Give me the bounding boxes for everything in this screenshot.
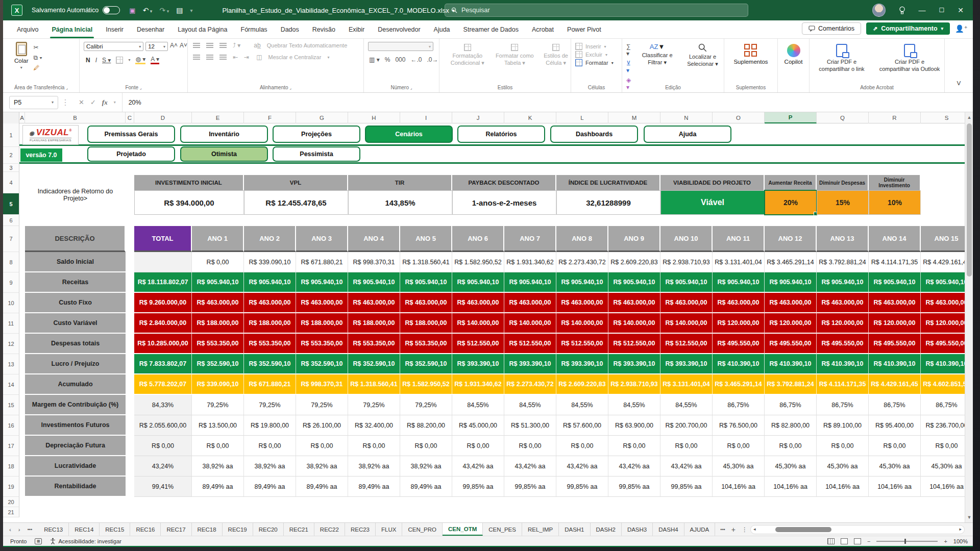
column-header-K[interactable]: K (504, 112, 556, 123)
cell-total-margem-de-contribui-o-[interactable]: 84,33% (134, 395, 192, 415)
cell-lucro-preju-zo-ano-2[interactable]: R$ 352.590,10 (244, 354, 296, 374)
table-header-total[interactable]: TOTAL (134, 226, 192, 252)
cell-total-lucro-preju-zo[interactable]: R$ 7.833.802,07 (134, 354, 192, 374)
search-input[interactable]: Pesquisar (445, 4, 748, 17)
menu-tab-exibir[interactable]: Exibir (342, 20, 371, 38)
cell-custo-fixo-ano-4[interactable]: R$ 463.000,00 (348, 293, 400, 313)
cell-acumulado-ano-13[interactable]: R$ 4.114.171,35 (817, 374, 869, 395)
cell-custo-vari-vel-ano-3[interactable]: R$ 188.000,00 (296, 313, 348, 334)
row-label-custo-fixo[interactable]: Custo Fixo (25, 293, 126, 313)
row-header-13[interactable]: 13 (3, 354, 19, 374)
cell-lucro-preju-zo-ano-7[interactable]: R$ 393.390,10 (504, 354, 556, 374)
cell-deprecia-o-futura-ano-11[interactable]: R$ 0,00 (713, 436, 765, 456)
sheet-tab-cen_pes[interactable]: CEN_PES (483, 523, 522, 536)
row-header-7[interactable]: 7 (3, 226, 19, 252)
name-box[interactable]: P5▾ (9, 96, 58, 109)
decrease-indent-icon[interactable]: ⇤ (233, 54, 238, 61)
cell-receitas-ano-2[interactable]: R$ 905.940,10 (244, 272, 296, 293)
cell-despesas-totais-ano-14[interactable]: R$ 495.550,00 (869, 334, 921, 354)
nav-button-projeções[interactable]: Projeções (273, 126, 360, 143)
sheet-tab-rec22[interactable]: REC22 (314, 523, 345, 536)
table-header-ano-13[interactable]: ANO 13 (817, 226, 869, 252)
new-sheet-button[interactable]: + (731, 525, 736, 534)
font-size-select[interactable]: 12▾ (145, 42, 168, 51)
cell-receitas-ano-8[interactable]: R$ 905.940,10 (556, 272, 608, 293)
cell-rentabilidade-ano-9[interactable]: 99,85% aa (608, 477, 660, 497)
cell-acumulado-ano-3[interactable]: R$ 998.370,31 (296, 374, 348, 395)
increase-indent-icon[interactable]: ⇥ (244, 54, 249, 61)
cell-total-despesas-totais[interactable]: R$ 10.285.000,00 (134, 334, 192, 354)
tab-menu-icon[interactable]: ⋮ (742, 526, 748, 533)
underline-icon[interactable]: S ▾ (102, 57, 111, 64)
sheet-tab-dash1[interactable]: DASH1 (559, 523, 590, 536)
table-header-ano-9[interactable]: ANO 9 (608, 226, 660, 252)
cell-rentabilidade-ano-12[interactable]: 104,16% aa (765, 477, 817, 497)
menu-tab-página-inicial[interactable]: Página Inicial (45, 20, 99, 38)
presence-icon[interactable]: 👤⁺ (955, 24, 968, 33)
cell-acumulado-ano-1[interactable]: R$ 339.090,10 (192, 374, 244, 395)
nav-button-dashboards[interactable]: Dashboards (550, 126, 638, 143)
cell-receitas-ano-10[interactable]: R$ 905.940,10 (660, 272, 713, 293)
cell-receitas-ano-5[interactable]: R$ 905.940,10 (400, 272, 452, 293)
row-header-20[interactable]: 20 (3, 497, 19, 507)
table-header-ano-7[interactable]: ANO 7 (504, 226, 556, 252)
cell-saldo-inicial-ano-14[interactable]: R$ 4.114.171,35 (869, 252, 921, 272)
menu-tab-power-pivot[interactable]: Power Pivot (560, 20, 608, 38)
column-header-Q[interactable]: Q (817, 112, 869, 123)
table-header-ano-10[interactable]: ANO 10 (660, 226, 713, 252)
table-header-ano-3[interactable]: ANO 3 (296, 226, 348, 252)
cut-icon[interactable]: ✂ (33, 44, 42, 51)
cell-custo-fixo-ano-3[interactable]: R$ 463.000,00 (296, 293, 348, 313)
column-header-L[interactable]: L (556, 112, 608, 123)
column-header-G[interactable]: G (296, 112, 348, 123)
cell-investimentos-futuros-ano-11[interactable]: R$ 76.500,00 (713, 415, 765, 436)
menu-tab-streamer-de-dados[interactable]: Streamer de Dados (457, 20, 525, 38)
cell-lucratividade-ano-10[interactable]: 43,42% aa (660, 456, 713, 477)
cell-investimentos-futuros-ano-6[interactable]: R$ 45.000,00 (452, 415, 504, 436)
cell-investimentos-futuros-ano-9[interactable]: R$ 63.900,00 (608, 415, 660, 436)
insert-cells-button[interactable]: Inserir ▾ (575, 43, 622, 50)
cell-investimentos-futuros-ano-2[interactable]: R$ 19.800,00 (244, 415, 296, 436)
sheet-tab-rec19[interactable]: REC19 (223, 523, 253, 536)
indicator-value-aumentar-receita[interactable]: 20% (765, 190, 817, 215)
cell-lucro-preju-zo-ano-1[interactable]: R$ 352.590,10 (192, 354, 244, 374)
align-center-icon[interactable] (206, 55, 213, 60)
sheet-tab-cen_pro[interactable]: CEN_PRO (402, 523, 443, 536)
table-header-ano-1[interactable]: ANO 1 (192, 226, 244, 252)
sheet-tab-ajuda[interactable]: AJUDA (684, 523, 716, 536)
nav-button-premissas-gerais[interactable]: Premissas Gerais (87, 126, 175, 143)
cell-custo-fixo-ano-10[interactable]: R$ 463.000,00 (660, 293, 713, 313)
cell-total-custo-vari-vel[interactable]: R$ 2.840.000,00 (134, 313, 192, 334)
cell-acumulado-ano-4[interactable]: R$ 1.318.560,41 (348, 374, 400, 395)
redo-icon[interactable]: ↷ ▾ (159, 6, 169, 14)
menu-tab-desenvolvedor[interactable]: Desenvolvedor (371, 20, 427, 38)
column-header-J[interactable]: J (452, 112, 504, 123)
cell-custo-vari-vel-ano-11[interactable]: R$ 120.000,00 (713, 313, 765, 334)
sheet-tab-rec14[interactable]: REC14 (69, 523, 100, 536)
cell-lucro-preju-zo-ano-3[interactable]: R$ 352.590,10 (296, 354, 348, 374)
cell-rentabilidade-ano-2[interactable]: 89,49% aa (244, 477, 296, 497)
print-preview-icon[interactable]: ▤ (176, 6, 183, 14)
cell-custo-fixo-ano-11[interactable]: R$ 463.000,00 (713, 293, 765, 313)
format-cells-button[interactable]: Formatar ▾ (575, 59, 622, 66)
cell-rentabilidade-ano-1[interactable]: 89,49% aa (192, 477, 244, 497)
share-button[interactable]: ⇗ Compartilhamento ▾ (866, 22, 950, 35)
row-label-receitas[interactable]: Receitas (25, 272, 126, 293)
copilot-button[interactable]: Copilot (785, 44, 803, 92)
sheet-tab-rec21[interactable]: REC21 (284, 523, 314, 536)
cell-rentabilidade-ano-7[interactable]: 99,85% aa (504, 477, 556, 497)
sheet-tab-rec17[interactable]: REC17 (161, 523, 191, 536)
cell-investimentos-futuros-ano-10[interactable]: R$ 200.700,00 (660, 415, 713, 436)
table-header-ano-11[interactable]: ANO 11 (713, 226, 765, 252)
cell-deprecia-o-futura-ano-6[interactable]: R$ 0,00 (452, 436, 504, 456)
hscroll-left-icon[interactable]: ◂ (753, 527, 756, 532)
cell-investimentos-futuros-ano-14[interactable]: R$ 95.400,00 (869, 415, 921, 436)
paste-button[interactable]: Colar▾ (14, 42, 28, 71)
sheet-tab-flux[interactable]: FLUX (376, 523, 402, 536)
row-label-custo-vari-vel[interactable]: Custo Variável (25, 313, 126, 334)
table-header-ano-8[interactable]: ANO 8 (556, 226, 608, 252)
cell-total-lucratividade[interactable]: 43,24% (134, 456, 192, 477)
hscroll-right-icon[interactable]: ▸ (959, 527, 962, 532)
cell-investimentos-futuros-ano-7[interactable]: R$ 51.300,00 (504, 415, 556, 436)
sheet-tab-rec18[interactable]: REC18 (192, 523, 223, 536)
